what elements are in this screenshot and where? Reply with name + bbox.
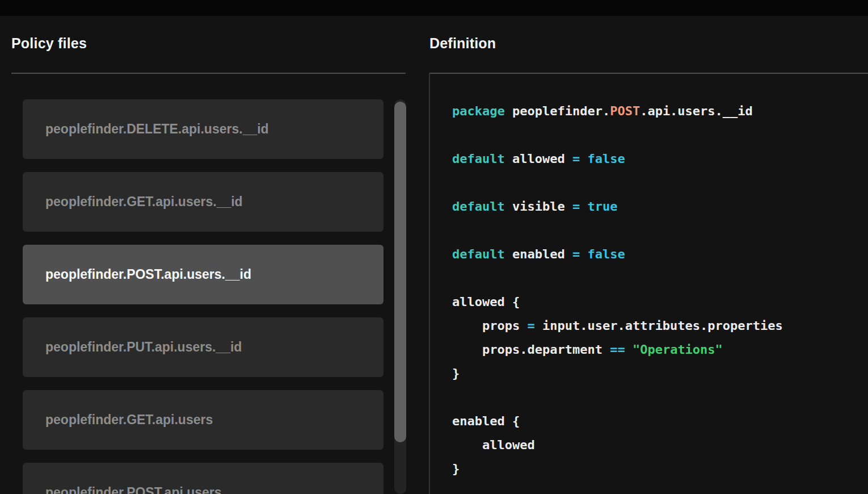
code-token: props [452,319,527,333]
code-token: false [587,247,625,261]
code-token: POST [610,104,640,118]
scrollbar-thumb[interactable] [394,102,406,442]
code-line: allowed { [452,290,783,314]
code-token: = [572,247,580,261]
policy-file-label: peoplefinder.GET.api.users [45,412,213,428]
code-token: allowed [452,438,535,452]
code-token [580,247,587,261]
policy-file-item[interactable]: peoplefinder.POST.api.users.__id [23,245,384,304]
policy-file-list: peoplefinder.DELETE.api.users.__idpeople… [23,99,384,494]
policy-file-label: peoplefinder.DELETE.api.users.__id [45,122,269,137]
code-token: = [527,319,534,333]
code-token [580,199,587,213]
code-line: props.department == "Operations" [452,338,783,362]
policy-definition-code: package peoplefinder.POST.api.users.__id… [452,99,783,481]
panel-separator [429,73,430,494]
code-line: allowed [452,433,783,457]
code-token [580,152,587,166]
code-line [452,386,783,409]
code-line [452,266,783,290]
policy-file-label: peoplefinder.POST.api.users.__id [45,267,251,282]
policy-file-item[interactable]: peoplefinder.POST.api.users [23,463,384,494]
code-token: props.department [452,342,610,357]
code-token: .api.users.__id [640,104,753,118]
code-token: = [572,152,580,166]
policy-file-item[interactable]: peoplefinder.DELETE.api.users.__id [23,99,384,159]
code-line [452,123,783,147]
code-token: visible [505,199,572,213]
code-token: } [452,366,460,380]
policy-files-divider [11,73,406,74]
code-line: props = input.user.attributes.properties [452,314,783,338]
code-token: allowed { [452,295,520,309]
code-line: } [452,457,783,481]
code-line: enabled { [452,409,783,433]
policy-file-item[interactable]: peoplefinder.PUT.api.users.__id [23,317,384,377]
code-token: = [572,199,580,213]
top-bar [0,0,868,16]
code-line: default enabled = false [452,242,783,266]
policy-file-label: peoplefinder.GET.api.users.__id [45,194,243,210]
definition-divider [429,73,868,74]
code-token: true [587,199,617,213]
code-token: } [452,462,460,476]
policy-file-item[interactable]: peoplefinder.GET.api.users.__id [23,172,384,232]
code-token: false [587,152,625,166]
code-token [625,342,633,357]
code-token: default [452,247,505,261]
code-line: default visible = true [452,195,783,219]
policy-file-label: peoplefinder.PUT.api.users.__id [45,340,242,355]
code-line [452,171,783,195]
code-token: input.user.attributes.properties [535,319,783,333]
policy-files-heading: Policy files [11,35,87,52]
code-line [452,219,783,242]
policy-file-item[interactable]: peoplefinder.GET.api.users [23,390,384,450]
code-token: package [452,104,505,118]
policy-list-scrollbar[interactable] [394,99,406,494]
code-token: "Operations" [633,342,723,357]
definition-heading: Definition [429,35,496,52]
code-line: default allowed = false [452,147,783,171]
code-token: peoplefinder. [505,104,610,118]
code-token: enabled { [452,414,520,428]
code-token: default [452,199,505,213]
code-token: allowed [505,152,572,166]
code-token: enabled [505,247,572,261]
code-line: } [452,362,783,386]
code-token: default [452,152,505,166]
code-line: package peoplefinder.POST.api.users.__id [452,99,783,123]
policy-file-label: peoplefinder.POST.api.users [45,485,222,494]
code-token: == [610,342,625,357]
